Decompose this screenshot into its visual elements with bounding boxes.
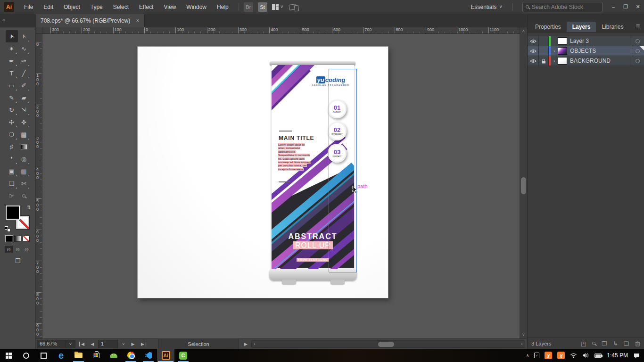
start-button[interactable]: [0, 349, 17, 362]
camtasia-button[interactable]: C: [174, 349, 192, 362]
next-artboard-button[interactable]: ▶: [128, 342, 138, 346]
close-tab-icon[interactable]: ✕: [136, 18, 140, 23]
bridge-button[interactable]: Br: [244, 2, 253, 12]
stock-button[interactable]: St: [258, 2, 267, 12]
hidden-icons-chevron[interactable]: ∧: [526, 353, 529, 358]
zoom-dropdown-icon[interactable]: ˅: [66, 340, 75, 348]
menu-item[interactable]: Effect: [134, 0, 158, 14]
scrollbar-thumb[interactable]: [521, 177, 526, 194]
chevron-down-icon[interactable]: ˅: [281, 4, 283, 9]
target-icon[interactable]: [636, 59, 640, 63]
ruler-origin-corner[interactable]: [36, 27, 42, 34]
taskbar-clock[interactable]: 1:45 PM: [607, 352, 628, 359]
edge-button[interactable]: e: [52, 349, 70, 362]
xampp-icon[interactable]: χ: [545, 352, 552, 359]
layer-row[interactable]: › BACKGROUND: [528, 56, 644, 66]
device-preview-icon[interactable]: [289, 3, 297, 10]
microsoft-store-button[interactable]: [87, 349, 105, 362]
scale-tool[interactable]: ⇲: [18, 104, 30, 116]
rotate-tool[interactable]: ↻: [6, 104, 18, 116]
zoom-tool[interactable]: [18, 189, 30, 202]
document-viewport[interactable]: yucoding SEKOLAH PROGRAMMER MAIN TITLE L…: [42, 34, 520, 338]
layer-name[interactable]: BACKGROUND: [570, 58, 631, 64]
lock-toggle[interactable]: [539, 36, 549, 46]
swap-fill-stroke-icon[interactable]: ⇄: [26, 205, 32, 209]
scroll-left-icon[interactable]: ‹: [252, 341, 257, 346]
search-input[interactable]: [532, 4, 599, 10]
eraser-tool[interactable]: ▰: [18, 91, 30, 104]
pen-tool[interactable]: ✒: [6, 55, 18, 67]
layer-name[interactable]: Layer 3: [570, 38, 631, 44]
hand-tool[interactable]: ☞: [6, 189, 18, 202]
visibility-toggle[interactable]: [528, 46, 539, 56]
selection-tool[interactable]: ➤: [6, 30, 18, 42]
new-layer-icon[interactable]: ❏: [624, 340, 629, 347]
horizontal-scrollbar[interactable]: ‹ ›: [251, 340, 525, 348]
battery-icon[interactable]: [594, 354, 602, 358]
file-explorer-button[interactable]: [70, 349, 87, 362]
gradient-tool[interactable]: [18, 140, 30, 153]
xampp-icon[interactable]: χ: [557, 352, 565, 359]
tab-properties[interactable]: Properties: [529, 22, 567, 32]
width-tool[interactable]: ✣: [6, 116, 18, 128]
delete-layer-icon[interactable]: [635, 341, 640, 346]
type-tool[interactable]: T: [6, 67, 18, 79]
symbol-sprayer-tool[interactable]: ▣: [6, 165, 18, 177]
action-center-icon[interactable]: [633, 353, 640, 359]
panel-menu-icon[interactable]: ≣: [636, 23, 640, 30]
draw-behind-button[interactable]: ◎: [14, 246, 22, 253]
layer-name[interactable]: OBJECTS: [570, 48, 631, 54]
cortana-button[interactable]: [17, 349, 35, 362]
target-column[interactable]: [631, 36, 644, 46]
fill-swatch[interactable]: [6, 206, 20, 220]
paintbrush-tool[interactable]: ✐: [18, 79, 30, 91]
blend-tool[interactable]: ◎: [18, 153, 30, 165]
none-button[interactable]: [23, 236, 30, 242]
scrollbar-thumb[interactable]: [378, 342, 394, 347]
new-sublayer-icon[interactable]: ↳: [613, 340, 618, 347]
tab-libraries[interactable]: Libraries: [596, 22, 629, 32]
curvature-tool[interactable]: ✑: [18, 55, 30, 67]
restore-button[interactable]: ❐: [619, 0, 632, 14]
workspace-switcher[interactable]: Essentials: [471, 4, 496, 10]
expand-icon[interactable]: ›: [551, 48, 558, 54]
arrange-documents-icon[interactable]: [272, 4, 279, 10]
vertical-ruler[interactable]: 0100200300400500600700800900: [36, 34, 42, 338]
wifi-icon[interactable]: [570, 353, 577, 358]
status-options-icon[interactable]: ▶: [244, 342, 248, 346]
previous-artboard-button[interactable]: ◀: [88, 342, 97, 346]
column-graph-tool[interactable]: ▥: [18, 165, 30, 177]
collapse-panels-icon[interactable]: «: [2, 17, 5, 23]
menu-item[interactable]: Help: [212, 0, 234, 14]
line-segment-tool[interactable]: ╱: [18, 67, 30, 79]
horizontal-ruler[interactable]: 3002001000100200300400500600700800900100…: [42, 27, 520, 34]
lock-toggle[interactable]: [539, 46, 549, 56]
layer-row-selected[interactable]: › OBJECTS: [528, 46, 644, 56]
chrome-button[interactable]: [122, 349, 140, 362]
tab-layers[interactable]: Layers: [567, 22, 596, 32]
draw-inside-button[interactable]: ◎: [23, 246, 31, 253]
mesh-tool[interactable]: ♯: [6, 140, 18, 153]
magic-wand-tool[interactable]: ✶: [6, 42, 18, 55]
visibility-toggle[interactable]: [528, 56, 539, 66]
eyedropper-tool[interactable]: ❜: [6, 153, 18, 165]
artboard-tool[interactable]: ❏: [6, 177, 18, 189]
menu-item[interactable]: Select: [108, 0, 134, 14]
scroll-right-icon[interactable]: ›: [519, 341, 525, 346]
menu-item[interactable]: Type: [85, 0, 108, 14]
document-tab[interactable]: 708.eps* @ 66.67% (RGB/Preview) ✕: [36, 14, 145, 27]
change-screen-mode-button[interactable]: ❐: [0, 257, 35, 264]
artboard-dropdown-icon[interactable]: ˅: [119, 342, 128, 346]
vertical-scrollbar[interactable]: ˄ ˅: [520, 27, 527, 338]
expand-icon[interactable]: ›: [551, 58, 558, 64]
locate-object-icon[interactable]: [592, 342, 595, 345]
pencil-tool[interactable]: ✎: [6, 91, 18, 104]
visibility-toggle[interactable]: [528, 36, 539, 46]
illustrator-taskbar-button[interactable]: Ai: [157, 349, 174, 362]
scroll-down-icon[interactable]: ˅: [520, 332, 527, 337]
menu-item[interactable]: Edit: [38, 0, 58, 14]
target-icon[interactable]: [636, 49, 640, 53]
menu-item[interactable]: Window: [181, 0, 212, 14]
puppet-warp-tool[interactable]: ✜: [18, 116, 30, 128]
menu-item[interactable]: Object: [58, 0, 85, 14]
